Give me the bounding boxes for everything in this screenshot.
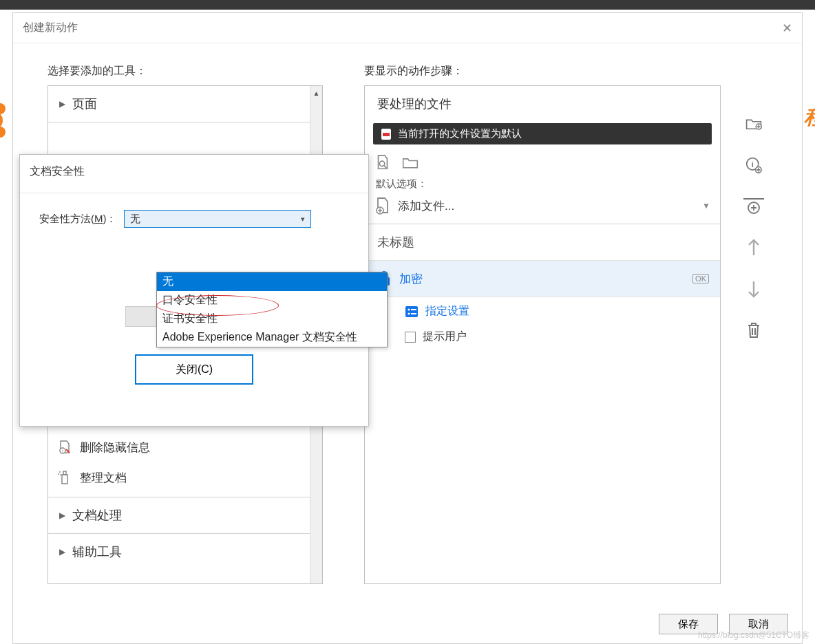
save-button-label: 保存 <box>678 618 699 631</box>
tool-remove-hidden-label: 删除隐藏信息 <box>80 440 150 455</box>
tool-remove-hidden[interactable]: i 删除隐藏信息 <box>48 432 322 462</box>
move-down-icon[interactable] <box>745 281 762 297</box>
security-dialog-title: 文档安全性 <box>20 155 368 193</box>
security-method-row: 安全性方法(M)： 无 ▾ <box>39 210 349 228</box>
add-divider-icon[interactable] <box>743 198 764 215</box>
prompt-user-label: 提示用户 <box>423 330 467 344</box>
add-file-row[interactable]: 添加文件... ▼ <box>365 192 720 224</box>
svg-point-18 <box>408 312 410 314</box>
files-header: 要处理的文件 <box>365 86 720 118</box>
security-method-dropdown: 无 口令安全性 证书安全性 Adobe Experience Manager 文… <box>156 272 388 347</box>
category-assist[interactable]: ▶ 辅助工具 <box>48 534 322 570</box>
app-topbar <box>0 0 815 10</box>
file-action-icons <box>365 150 720 175</box>
security-method-value: 无 <box>130 213 140 226</box>
svg-point-8 <box>58 473 59 475</box>
prompt-user-checkbox[interactable] <box>405 332 416 343</box>
steps-rail: i <box>733 85 774 584</box>
info-delete-icon: i <box>56 439 73 455</box>
svg-point-12 <box>379 161 384 166</box>
ok-badge: OK <box>692 274 709 283</box>
file-add-icon <box>374 197 391 214</box>
dialog-titlebar: 创建新动作 ✕ <box>13 13 802 43</box>
dialog-footer: 保存 取消 <box>13 605 802 643</box>
add-file-label: 添加文件... <box>398 198 454 214</box>
tool-organize-doc-label: 整理文档 <box>80 470 127 486</box>
default-options-label: 默认选项： <box>365 175 720 192</box>
chevron-down-icon: ▼ <box>702 201 710 211</box>
folder-icon[interactable] <box>402 154 419 171</box>
bg-decoration-right: 程 <box>804 103 815 128</box>
add-folder-icon[interactable] <box>745 116 762 132</box>
document-security-dialog: 文档安全性 安全性方法(M)： 无 ▾ 无 口令安全性 证书安全性 Adobe … <box>19 154 369 427</box>
option-password[interactable]: 口令安全性 <box>157 291 387 310</box>
category-doc-process[interactable]: ▶ 文档处理 <box>48 497 322 534</box>
svg-rect-15 <box>405 306 418 317</box>
category-assist-label: 辅助工具 <box>72 544 122 560</box>
scroll-up-icon[interactable]: ▲ <box>310 86 322 100</box>
category-page[interactable]: ▶ 页面 <box>48 86 322 122</box>
default-files-bar-label: 当前打开的文件设置为默认 <box>398 127 522 140</box>
tool-organize-doc[interactable]: 整理文档 <box>48 462 322 497</box>
tools-section-label: 选择要添加的工具： <box>47 64 323 78</box>
svg-point-16 <box>408 308 410 310</box>
steps-section-label: 要显示的动作步骤： <box>364 64 774 78</box>
step-encrypt-label: 加密 <box>399 271 423 287</box>
close-button[interactable]: 关闭(C) <box>135 354 253 385</box>
pdf-file-icon <box>380 128 392 140</box>
security-method-select[interactable]: 无 ▾ <box>124 210 311 228</box>
caret-right-icon: ▶ <box>59 511 65 520</box>
option-certificate[interactable]: 证书安全性 <box>157 310 387 328</box>
svg-point-7 <box>59 471 61 473</box>
cancel-button-label: 取消 <box>748 618 769 631</box>
steps-panel: 要处理的文件 当前打开的文件设置为默认 <box>364 85 721 584</box>
security-method-label: 安全性方法(M)： <box>39 213 117 226</box>
close-button-label: 关闭(C) <box>176 363 213 377</box>
svg-point-1 <box>0 103 6 114</box>
prompt-user-row[interactable]: 提示用户 <box>365 323 720 348</box>
file-search-icon[interactable] <box>374 154 391 171</box>
svg-rect-6 <box>63 471 66 475</box>
caret-right-icon: ▶ <box>59 99 65 109</box>
spray-icon <box>56 469 73 486</box>
specify-settings-label: 指定设置 <box>425 304 469 319</box>
delete-icon[interactable] <box>745 322 762 339</box>
settings-list-icon <box>405 305 419 319</box>
watermark-text: https://blog.csdn@51CTO博客 <box>698 630 809 641</box>
untitled-header: 未标题 <box>365 224 720 261</box>
add-info-icon[interactable]: i <box>745 157 762 173</box>
option-aem[interactable]: Adobe Experience Manager 文档安全性 <box>157 328 387 347</box>
svg-point-9 <box>60 474 61 475</box>
svg-rect-19 <box>411 313 416 314</box>
specify-settings-link[interactable]: 指定设置 <box>365 297 720 323</box>
dialog-title: 创建新动作 <box>23 21 782 35</box>
default-files-bar[interactable]: 当前打开的文件设置为默认 <box>373 123 712 144</box>
chevron-down-icon: ▾ <box>301 215 305 224</box>
svg-rect-11 <box>383 133 390 136</box>
category-doc-process-label: 文档处理 <box>72 507 122 524</box>
move-up-icon[interactable] <box>745 239 762 256</box>
svg-text:i: i <box>752 160 754 169</box>
close-icon[interactable]: ✕ <box>782 21 792 36</box>
svg-rect-5 <box>62 475 67 484</box>
svg-rect-17 <box>411 309 416 310</box>
bg-decoration-left <box>0 103 12 138</box>
caret-right-icon: ▶ <box>59 547 65 557</box>
steps-column: 要显示的动作步骤： 要处理的文件 当前打开的文件设置为默认 <box>364 64 774 605</box>
category-page-label: 页面 <box>72 96 97 112</box>
option-none[interactable]: 无 <box>157 272 387 291</box>
step-encrypt[interactable]: 加密 OK <box>365 261 720 297</box>
svg-point-2 <box>0 127 6 138</box>
